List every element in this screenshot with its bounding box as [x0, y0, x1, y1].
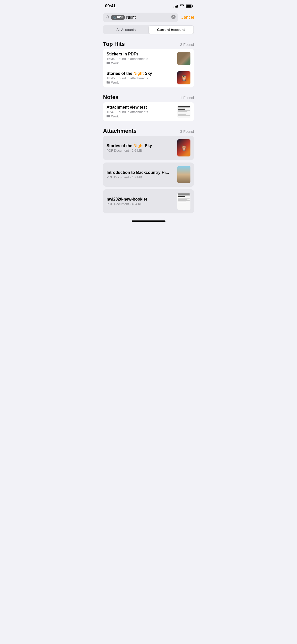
note-thumb-1 — [177, 105, 190, 118]
notes-card: Attachment view test 16:47 Found in atta… — [103, 102, 194, 121]
paperclip-icon: 📎 — [113, 16, 116, 19]
note-folder-1: Work — [107, 114, 174, 118]
search-query-text[interactable]: Night — [126, 15, 170, 20]
attachments-count: 3 Found — [180, 129, 194, 134]
status-icons — [174, 4, 192, 8]
note-meta-1: 16:47 Found in attachments — [107, 110, 174, 114]
folder-icon-1 — [107, 61, 110, 65]
search-container: 📎 PDF Night Cancel — [99, 11, 198, 25]
folder-icon-2 — [107, 81, 110, 84]
attachment-thumb-3 — [177, 193, 190, 210]
home-bar — [132, 220, 166, 222]
attachment-info-3: nwl2020-new-booklet PDF Document · 404 K… — [107, 197, 174, 206]
result-info-2: Stories of the Night Sky 18:45 Found in … — [107, 71, 174, 84]
notes-header: Notes 1 Found — [99, 91, 198, 102]
top-hits-card: Stickers in PDFs 16:34 Found in attachme… — [103, 49, 194, 87]
attachment-meta-2: PDF Document · 4.7 MB — [107, 175, 174, 179]
search-bar[interactable]: 📎 PDF Night — [103, 13, 178, 22]
status-bar: 09:41 — [99, 0, 198, 11]
result-info-1: Stickers in PDFs 16:34 Found in attachme… — [107, 52, 174, 65]
top-hit-item-2[interactable]: Stories of the Night Sky 18:45 Found in … — [103, 68, 194, 87]
attachment-thumb-1: 🦉 — [177, 139, 190, 156]
attachment-item-1[interactable]: Stories of the Night Sky PDF Document · … — [103, 136, 194, 160]
folder-icon-note — [107, 115, 110, 118]
attachment-meta-3: PDF Document · 404 KB — [107, 202, 174, 206]
result-meta-2: 18:45 Found in attachments — [107, 76, 174, 80]
attachment-item-2[interactable]: Introduction to Backcountry Hi... PDF Do… — [103, 163, 194, 187]
top-hit-item-1[interactable]: Stickers in PDFs 16:34 Found in attachme… — [103, 49, 194, 68]
attachment-item-3[interactable]: nwl2020-new-booklet PDF Document · 404 K… — [103, 189, 194, 213]
result-meta-1: 16:34 Found in attachments — [107, 57, 174, 61]
result-folder-1: Work — [107, 61, 174, 65]
top-hits-title: Top Hits — [103, 41, 125, 47]
note-info-1: Attachment view test 16:47 Found in atta… — [107, 105, 174, 118]
result-title-1: Stickers in PDFs — [107, 52, 174, 56]
result-thumb-2: 🦉 — [177, 71, 190, 84]
status-time: 09:41 — [105, 4, 116, 9]
result-folder-2: Work — [107, 81, 174, 84]
attachment-title-2: Introduction to Backcountry Hi... — [107, 170, 174, 175]
cancel-button[interactable]: Cancel — [181, 15, 194, 20]
attachment-info-1: Stories of the Night Sky PDF Document · … — [107, 144, 174, 152]
svg-line-1 — [108, 18, 109, 19]
home-indicator — [99, 218, 198, 227]
attachment-meta-1: PDF Document · 2.6 MB — [107, 149, 174, 152]
wifi-icon — [180, 4, 184, 8]
search-icon — [106, 15, 110, 20]
pdf-filter-label: PDF — [117, 16, 123, 19]
attachment-thumb-2 — [177, 166, 190, 183]
notes-title: Notes — [103, 94, 118, 101]
current-account-segment[interactable]: Current Account — [149, 26, 194, 34]
notes-count: 1 Found — [180, 95, 194, 100]
battery-icon — [186, 5, 192, 8]
pdf-filter-badge[interactable]: 📎 PDF — [111, 15, 125, 20]
attachment-info-2: Introduction to Backcountry Hi... PDF Do… — [107, 170, 174, 179]
clear-search-button[interactable] — [171, 15, 176, 20]
signal-icon — [174, 5, 178, 8]
note-item-1[interactable]: Attachment view test 16:47 Found in atta… — [103, 102, 194, 121]
top-hits-header: Top Hits 2 Found — [99, 38, 198, 49]
attachments-header: Attachments 3 Found — [99, 125, 198, 136]
attachments-title: Attachments — [103, 128, 137, 134]
note-title-1: Attachment view test — [107, 105, 174, 110]
attachment-title-1: Stories of the Night Sky — [107, 144, 174, 148]
top-hits-count: 2 Found — [180, 42, 194, 47]
account-segmented-control[interactable]: All Accounts Current Account — [103, 25, 194, 34]
all-accounts-segment[interactable]: All Accounts — [104, 26, 149, 34]
result-title-2: Stories of the Night Sky — [107, 71, 174, 76]
attachment-title-3: nwl2020-new-booklet — [107, 197, 174, 202]
result-thumb-1 — [177, 52, 190, 65]
